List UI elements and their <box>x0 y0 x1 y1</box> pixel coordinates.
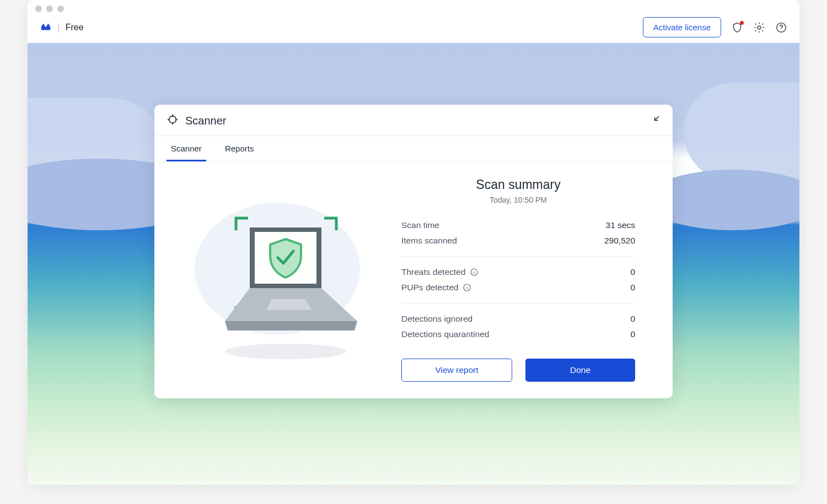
quarantined-label: Detections quarantined <box>401 329 489 339</box>
panel-header: Scanner <box>154 105 673 136</box>
topbar: | Free Activate license <box>28 12 799 43</box>
close-window-icon[interactable] <box>35 6 42 12</box>
svg-point-2 <box>781 30 781 30</box>
info-icon[interactable] <box>470 268 479 277</box>
license-tier: Free <box>66 23 84 32</box>
summary-actions: View report Done <box>401 359 635 382</box>
crosshair-icon <box>167 113 179 128</box>
panel-body: Scan summary Today, 10:50 PM Scan time 3… <box>154 162 673 382</box>
brand-logo-icon <box>40 20 52 35</box>
settings-icon[interactable] <box>753 21 765 34</box>
items-scanned-label: Items scanned <box>401 236 457 246</box>
view-report-button[interactable]: View report <box>401 359 512 382</box>
scanner-panel: Scanner Scanner Reports <box>154 105 673 398</box>
background-scene: Scanner Scanner Reports <box>28 43 799 485</box>
row-items-scanned: Items scanned 290,520 <box>401 233 635 248</box>
scan-time-label: Scan time <box>401 220 439 230</box>
pups-value: 0 <box>630 283 635 292</box>
app-window: | Free Activate license <box>28 0 799 485</box>
tabs: Scanner Reports <box>154 136 673 162</box>
minimize-window-icon[interactable] <box>46 6 53 12</box>
quarantined-value: 0 <box>630 329 635 339</box>
ignored-label: Detections ignored <box>401 314 472 324</box>
cloud-icon <box>684 83 799 182</box>
items-scanned-value: 290,520 <box>604 236 635 246</box>
ignored-value: 0 <box>630 314 635 324</box>
divider <box>401 303 635 304</box>
tab-reports[interactable]: Reports <box>221 136 259 161</box>
row-threats: Threats detected 0 <box>401 264 635 280</box>
svg-marker-9 <box>266 299 312 310</box>
row-ignored: Detections ignored 0 <box>401 311 635 327</box>
svg-point-0 <box>758 26 761 29</box>
collapse-icon[interactable] <box>651 115 660 127</box>
brand: | Free <box>40 20 84 35</box>
panel-title: Scanner <box>185 115 227 127</box>
laptop-scan-illustration <box>170 177 390 382</box>
divider <box>401 256 635 257</box>
shield-notification-icon[interactable] <box>731 21 743 34</box>
row-quarantined: Detections quarantined 0 <box>401 327 635 342</box>
notification-dot-icon <box>740 21 744 25</box>
scan-summary: Scan summary Today, 10:50 PM Scan time 3… <box>401 177 657 382</box>
row-pups: PUPs detected 0 <box>401 280 635 295</box>
svg-point-10 <box>225 344 346 359</box>
summary-title: Scan summary <box>401 177 635 192</box>
done-button[interactable]: Done <box>525 359 635 382</box>
tab-scanner[interactable]: Scanner <box>167 136 206 161</box>
scan-time-value: 31 secs <box>606 220 635 230</box>
summary-timestamp: Today, 10:50 PM <box>401 196 635 204</box>
info-icon[interactable] <box>463 283 471 292</box>
activate-license-button[interactable]: Activate license <box>643 17 721 37</box>
svg-marker-8 <box>225 321 357 330</box>
svg-point-3 <box>169 116 176 123</box>
maximize-window-icon[interactable] <box>57 6 64 12</box>
help-icon[interactable] <box>775 21 787 34</box>
threats-value: 0 <box>630 267 635 277</box>
window-controls <box>28 0 799 12</box>
row-scan-time: Scan time 31 secs <box>401 218 635 233</box>
pups-label: PUPs detected <box>401 283 458 292</box>
threats-label: Threats detected <box>401 267 465 277</box>
brand-separator: | <box>57 21 60 33</box>
